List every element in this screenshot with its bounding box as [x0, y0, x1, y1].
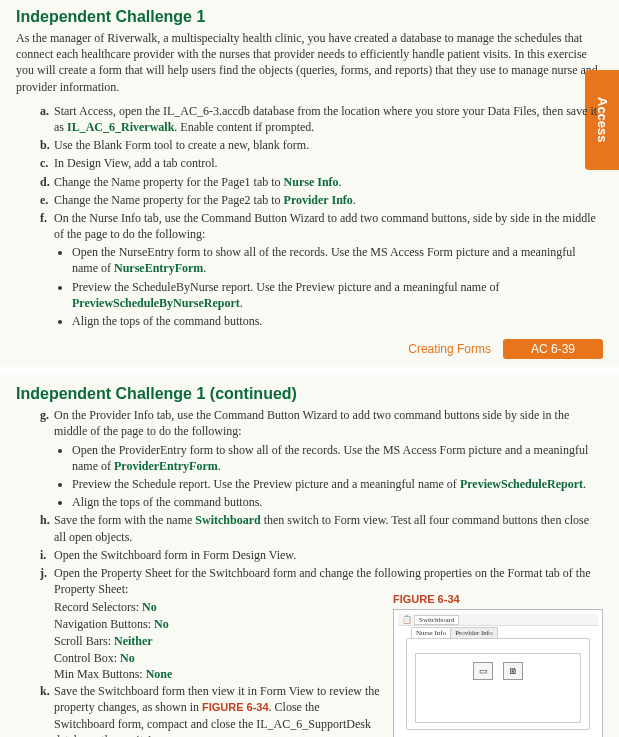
figure-body: 📋 Switchboard Nurse InfoProvider Info ▭ …	[393, 609, 603, 737]
step-d: d. Change the Name property for the Page…	[40, 174, 603, 190]
footer-chapter-label: Creating Forms	[408, 342, 491, 356]
steps-list-2: g.On the Provider Info tab, use the Comm…	[16, 407, 603, 597]
step-d-text: Change the Name property for the Page1 t…	[54, 175, 284, 189]
step-c: c.In Design View, add a tab control.	[40, 155, 603, 171]
figure-preview-button-icon: 🗎	[503, 662, 523, 680]
figure-ref: FIGURE 6-34	[202, 701, 269, 713]
figure-form-area: Nurse InfoProvider Info ▭ 🗎	[406, 638, 590, 730]
figure-tabs: Nurse InfoProvider Info	[411, 629, 497, 637]
page-footer: Creating Forms AC 6-39	[16, 339, 603, 359]
step-g2: Preview the Schedule report. Use the Pre…	[72, 476, 603, 492]
name-previewschedulereport: PreviewScheduleReport	[460, 477, 583, 491]
prop-navigation-buttons: Navigation Buttons: No	[54, 616, 381, 633]
step-k: k. Save the Switchboard form then view i…	[40, 683, 381, 737]
heading-1: Independent Challenge 1	[16, 8, 603, 26]
prop-record-selectors: Record Selectors: No	[54, 599, 381, 616]
step-c-text: In Design View, add a tab control.	[54, 156, 218, 170]
section-challenge-1: Access Independent Challenge 1 As the ma…	[0, 0, 619, 367]
step-f: f.On the Nurse Info tab, use the Command…	[40, 210, 603, 329]
figure-title-text: Switchboard	[414, 615, 459, 625]
step-f3-text: Align the tops of the command buttons.	[72, 314, 262, 328]
step-f-text: On the Nurse Info tab, use the Command B…	[54, 211, 596, 241]
intro-paragraph: As the manager of Riverwalk, a multispec…	[16, 30, 603, 95]
step-e: e. Change the Name property for the Page…	[40, 192, 603, 208]
step-i-text: Open the Switchboard form in Form Design…	[54, 548, 296, 562]
step-g: g.On the Provider Info tab, use the Comm…	[40, 407, 603, 510]
step-g1: Open the ProviderEntry form to show all …	[72, 442, 603, 474]
step-b: b.Use the Blank Form tool to create a ne…	[40, 137, 603, 153]
prop-label: Navigation Buttons:	[54, 617, 154, 631]
step-f2-suffix: .	[240, 296, 243, 310]
step-h: h. Save the form with the name Switchboa…	[40, 512, 603, 544]
prop-control-box: Control Box: No	[54, 650, 381, 667]
step-b-text: Use the Blank Form tool to create a new,…	[54, 138, 309, 152]
step-h-text: Save the form with the name	[54, 513, 195, 527]
step-f1: Open the NurseEntry form to show all of …	[72, 244, 603, 276]
figure-6-34: FIGURE 6-34 📋 Switchboard Nurse InfoProv…	[393, 593, 603, 737]
name-previewschedulebynurse: PreviewScheduleByNurseReport	[72, 296, 240, 310]
name-providerentryform: ProviderEntryForm	[114, 459, 218, 473]
property-list: Record Selectors: No Navigation Buttons:…	[16, 599, 381, 683]
prop-value: No	[142, 600, 157, 614]
step-f2: Preview the ScheduleByNurse report. Use …	[72, 279, 603, 311]
prop-label: Min Max Buttons:	[54, 667, 146, 681]
tab-nurse-info: Nurse Info	[284, 175, 339, 189]
step-i: i.Open the Switchboard form in Form Desi…	[40, 547, 603, 563]
prop-label: Control Box:	[54, 651, 120, 665]
step-a: a. Start Access, open the IL_AC_6-3.accd…	[40, 103, 603, 135]
tab-provider-info: Provider Info	[284, 193, 353, 207]
steps-list-3: k. Save the Switchboard form then view i…	[16, 683, 381, 737]
name-switchboard: Switchboard	[195, 513, 260, 527]
heading-2: Independent Challenge 1 (continued)	[16, 385, 603, 403]
figure-tab-provider: Provider Info	[450, 627, 498, 638]
filename-riverwalk: IL_AC_6_Riverwalk	[67, 120, 174, 134]
prop-scroll-bars: Scroll Bars: Neither	[54, 633, 381, 650]
step-f2-text: Preview the ScheduleByNurse report. Use …	[72, 280, 500, 294]
figure-tab-content: ▭ 🗎	[415, 653, 581, 723]
step-j-text: Open the Property Sheet for the Switchbo…	[54, 566, 591, 596]
figure-tab-nurse: Nurse Info	[411, 627, 451, 638]
prop-value: Neither	[114, 634, 153, 648]
prop-label: Scroll Bars:	[54, 634, 114, 648]
prop-value: No	[154, 617, 169, 631]
step-g1-suffix: .	[218, 459, 221, 473]
step-f3: Align the tops of the command buttons.	[72, 313, 603, 329]
prop-label: Record Selectors:	[54, 600, 142, 614]
step-g2-suffix: .	[583, 477, 586, 491]
step-g-sublist: Open the ProviderEntry form to show all …	[54, 442, 603, 511]
footer-page-badge: AC 6-39	[503, 339, 603, 359]
step-g3: Align the tops of the command buttons.	[72, 494, 603, 510]
name-nurseentryform: NurseEntryForm	[114, 261, 203, 275]
step-e-text: Change the Name property for the Page2 t…	[54, 193, 284, 207]
section-challenge-1-cont: Independent Challenge 1 (continued) g.On…	[0, 375, 619, 737]
step-a-suffix: . Enable content if prompted.	[174, 120, 314, 134]
step-f-sublist: Open the NurseEntry form to show all of …	[54, 244, 603, 329]
step-f1-suffix: .	[203, 261, 206, 275]
step-g2-text: Preview the Schedule report. Use the Pre…	[72, 477, 460, 491]
prop-value: None	[146, 667, 173, 681]
step-g-text: On the Provider Info tab, use the Comman…	[54, 408, 569, 438]
prop-value: No	[120, 651, 135, 665]
figure-titlebar: 📋 Switchboard	[398, 614, 598, 626]
figure-form-button-icon: ▭	[473, 662, 493, 680]
steps-list-1: a. Start Access, open the IL_AC_6-3.accd…	[16, 103, 603, 329]
prop-min-max-buttons: Min Max Buttons: None	[54, 666, 381, 683]
step-d-suffix: .	[339, 175, 342, 189]
step-j: j.Open the Property Sheet for the Switch…	[40, 565, 603, 597]
step-e-suffix: .	[353, 193, 356, 207]
step-g3-text: Align the tops of the command buttons.	[72, 495, 262, 509]
